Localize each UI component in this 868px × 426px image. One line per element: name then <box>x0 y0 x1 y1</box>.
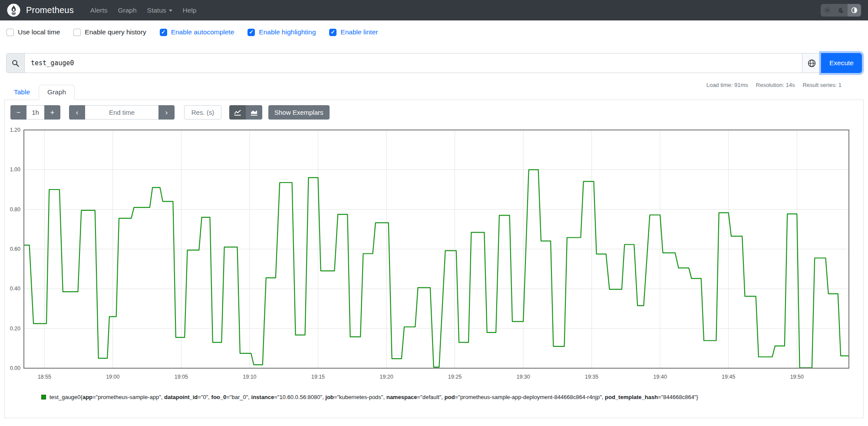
nav-item-status-label: Status <box>147 7 166 14</box>
checkbox-label[interactable]: Enable linter <box>340 28 378 36</box>
contrast-icon <box>851 7 858 13</box>
svg-text:19:50: 19:50 <box>790 374 804 380</box>
moon-icon <box>838 7 844 13</box>
enable-linter-checkbox[interactable]: Enable linter <box>329 28 378 36</box>
graph-controls: − + ‹ › Show Exemplars <box>10 105 330 120</box>
query-input-group: Execute <box>6 53 862 73</box>
resolution-input[interactable] <box>184 105 221 120</box>
sun-icon <box>824 7 831 13</box>
load-time: Load time: 91ms <box>706 82 748 88</box>
checkbox-icon[interactable] <box>73 29 81 36</box>
checkbox-icon[interactable] <box>160 29 167 36</box>
svg-text:19:30: 19:30 <box>516 374 530 380</box>
result-series: Result series: 1 <box>802 82 842 88</box>
svg-text:19:00: 19:00 <box>106 374 119 380</box>
checkbox-label[interactable]: Enable highlighting <box>259 28 316 36</box>
nav-item-alerts[interactable]: Alerts <box>85 3 113 18</box>
checkbox-label[interactable]: Enable query history <box>85 28 146 36</box>
nav-item-help[interactable]: Help <box>178 3 202 18</box>
svg-text:0.00: 0.00 <box>10 365 20 371</box>
range-control: − + <box>10 105 60 120</box>
enable-autocomplete-checkbox[interactable]: Enable autocomplete <box>160 28 234 36</box>
series-color-swatch <box>41 395 46 399</box>
series-label: test_gauge0{app="prometheus-sample-app",… <box>50 394 698 400</box>
query-options-row: Use local time Enable query history Enab… <box>7 26 391 39</box>
checkbox-label[interactable]: Use local time <box>18 28 60 36</box>
svg-text:19:10: 19:10 <box>243 374 256 380</box>
nav-item-graph[interactable]: Graph <box>112 3 142 18</box>
time-series-chart[interactable]: 0.000.200.400.600.801.001.2018:5519:0019… <box>5 125 863 391</box>
svg-text:0.40: 0.40 <box>10 286 20 292</box>
theme-toggle-group <box>821 4 861 17</box>
enable-highlighting-checkbox[interactable]: Enable highlighting <box>248 28 316 36</box>
navbar: Prometheus Alerts Graph Status Help <box>0 0 868 20</box>
svg-text:19:15: 19:15 <box>311 374 325 380</box>
brand-title: Prometheus <box>26 5 74 15</box>
line-chart-button[interactable] <box>229 105 246 120</box>
show-exemplars-button[interactable]: Show Exemplars <box>268 105 330 120</box>
end-time-control: ‹ › <box>69 105 175 120</box>
query-stats: Load time: 91ms Resolution: 14s Result s… <box>699 82 842 88</box>
light-theme-button[interactable] <box>821 4 834 17</box>
svg-text:19:45: 19:45 <box>722 374 735 380</box>
enable-query-history-checkbox[interactable]: Enable query history <box>73 28 146 36</box>
prometheus-logo-icon <box>7 3 20 17</box>
back-time-button[interactable]: ‹ <box>69 105 85 120</box>
end-time-input[interactable] <box>85 105 158 120</box>
svg-text:19:25: 19:25 <box>448 374 462 380</box>
checkbox-label[interactable]: Enable autocomplete <box>171 28 234 36</box>
use-local-time-checkbox[interactable]: Use local time <box>7 28 60 36</box>
auto-theme-button[interactable] <box>848 4 861 17</box>
line-chart-icon <box>234 109 241 116</box>
checkbox-icon[interactable] <box>329 29 337 36</box>
svg-text:19:20: 19:20 <box>380 374 393 380</box>
checkbox-icon[interactable] <box>248 29 255 36</box>
svg-text:0.60: 0.60 <box>10 246 20 252</box>
chevron-down-icon <box>169 10 172 12</box>
search-icon <box>12 60 19 67</box>
execute-button[interactable]: Execute <box>821 53 862 73</box>
svg-text:1.20: 1.20 <box>10 127 20 133</box>
svg-text:19:35: 19:35 <box>585 374 598 380</box>
forward-time-button[interactable]: › <box>158 105 175 120</box>
svg-text:0.20: 0.20 <box>10 326 20 332</box>
query-input-prepend <box>6 53 25 73</box>
nav-links: Alerts Graph Status Help <box>85 3 202 18</box>
resolution: Resolution: 14s <box>756 82 795 88</box>
checkbox-icon[interactable] <box>7 29 14 36</box>
metrics-explorer-button[interactable] <box>802 53 821 73</box>
legend-item[interactable]: test_gauge0{app="prometheus-sample-app",… <box>41 394 698 400</box>
nav-item-status[interactable]: Status <box>142 3 178 18</box>
tab-table[interactable]: Table <box>5 85 39 100</box>
chart-type-toggle <box>229 105 262 120</box>
range-input[interactable] <box>26 105 44 120</box>
tab-graph[interactable]: Graph <box>39 85 75 100</box>
svg-text:19:05: 19:05 <box>175 374 188 380</box>
decrease-range-button[interactable]: − <box>10 105 26 120</box>
expression-input[interactable] <box>25 53 802 73</box>
graph-panel: − + ‹ › Show Exemplars <box>4 100 864 418</box>
svg-text:18:55: 18:55 <box>38 374 51 380</box>
stacked-chart-icon <box>250 109 258 116</box>
stacked-chart-button[interactable] <box>246 105 262 120</box>
prometheus-brand[interactable]: Prometheus <box>7 3 74 17</box>
svg-text:1.00: 1.00 <box>10 166 20 173</box>
svg-text:19:40: 19:40 <box>653 374 667 380</box>
result-tabs: Table Graph <box>5 85 75 100</box>
globe-icon <box>808 59 816 67</box>
svg-text:0.80: 0.80 <box>10 206 20 213</box>
increase-range-button[interactable]: + <box>44 105 60 120</box>
dark-theme-button[interactable] <box>834 4 848 17</box>
